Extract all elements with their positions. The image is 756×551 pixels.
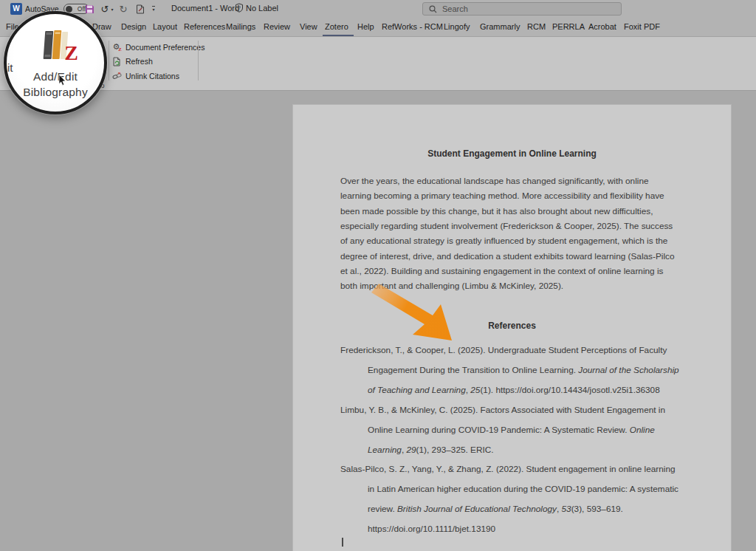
reference-line: review. British Journal of Educational T… xyxy=(340,499,709,519)
title-bar: W AutoSave Off ↺ ▾ ↻ xyxy=(0,0,756,18)
redo-button[interactable]: ↻ xyxy=(117,2,130,16)
tab-grammarly[interactable]: Grammarly xyxy=(480,22,520,31)
tab-view[interactable]: View xyxy=(300,22,317,31)
svg-text:Z: Z xyxy=(64,41,78,64)
references-heading: References xyxy=(293,321,731,331)
reference-line: Online Learning during COVID-19 Pandemic… xyxy=(340,420,709,440)
shield-icon: ? xyxy=(235,3,244,13)
tab-rcm[interactable]: RCM xyxy=(527,22,546,31)
group-divider xyxy=(198,41,199,81)
tab-review[interactable]: Review xyxy=(264,22,290,31)
reference-line: in Latin American higher education durin… xyxy=(340,479,709,499)
document-body-line: degree of interest, drive, and dedicatio… xyxy=(340,249,695,264)
reference-line: https://doi.org/10.1111/bjet.13190 xyxy=(340,519,709,539)
toggle-knob-icon xyxy=(66,6,72,13)
tab-help[interactable]: Help xyxy=(357,22,374,31)
tab-refworks-rcm[interactable]: RefWorks - RCM xyxy=(382,22,443,31)
reference-entry: Limbu, Y. B., & McKinley, C. (2025). Fac… xyxy=(340,400,709,460)
tab-design[interactable]: Design xyxy=(121,22,146,31)
search-bar[interactable] xyxy=(422,2,622,16)
document-body-line: of any educational strategy is greatly i… xyxy=(340,233,695,248)
reference-entry: Frederickson, T., & Cooper, L. (2025). U… xyxy=(340,340,709,400)
gear-icon: ⚙Z xyxy=(112,42,122,52)
editing-mode-button[interactable] xyxy=(134,2,147,16)
document-title: Document1 - Word xyxy=(171,4,239,13)
sensitivity-label-text: No Label xyxy=(246,4,278,13)
reference-line: Frederickson, T., & Cooper, L. (2025). U… xyxy=(340,340,709,360)
references-list: Frederickson, T., & Cooper, L. (2025). U… xyxy=(340,340,709,539)
tab-perrla[interactable]: PERRLA xyxy=(552,22,585,31)
svg-text:?: ? xyxy=(238,5,241,10)
reference-line: Learning, 29(1), 293–325. ERIC. xyxy=(340,440,709,460)
qat-customize-button[interactable]: ▾ xyxy=(150,2,157,16)
document-body-line: especially regarding student involvement… xyxy=(340,219,695,233)
tab-mailings[interactable]: Mailings xyxy=(226,22,255,31)
tab-lingofy[interactable]: Lingofy xyxy=(444,22,470,31)
spotlight-circle: it Z Add/Edit Bibliography xyxy=(4,11,107,114)
ribbon-button-label: Refresh xyxy=(126,57,153,66)
zotero-books-icon: Z xyxy=(36,29,79,67)
redo-icon: ↻ xyxy=(120,4,128,14)
document-body-line: both important and challenging (Limbu & … xyxy=(340,278,695,293)
search-input[interactable] xyxy=(442,4,605,13)
tab-zotero[interactable]: Zotero xyxy=(325,22,348,31)
group-divider xyxy=(109,41,109,81)
document-pen-icon xyxy=(136,4,145,14)
word-window: W AutoSave Off ↺ ▾ ↻ xyxy=(0,0,756,551)
document-heading: Student Engagement in Online Learning xyxy=(293,148,731,159)
reference-line: of Teaching and Learning, 25(1). https:/… xyxy=(340,380,709,400)
ribbon-button-label: Unlink Citations xyxy=(126,72,179,81)
reference-line: Limbu, Y. B., & McKinley, C. (2025). Fac… xyxy=(340,400,709,420)
zotero-ribbon-group: ⚙ZDocument PreferencesRefresh×Unlink Cit… xyxy=(112,40,205,83)
chevron-down-icon: ▾ xyxy=(152,6,154,12)
document-page[interactable]: Student Engagement in Online Learning Ov… xyxy=(293,105,731,551)
svg-text:×: × xyxy=(118,71,121,75)
reference-line: Engagement During the Transition to Onli… xyxy=(340,360,709,380)
tab-foxit-pdf[interactable]: Foxit PDF xyxy=(624,22,660,31)
mouse-cursor-icon xyxy=(58,75,67,86)
refresh-button[interactable]: Refresh xyxy=(112,55,205,69)
selected-tab-underline xyxy=(323,35,354,37)
document-body-line: Over the years, the educational landscap… xyxy=(340,174,695,188)
sensitivity-label-button[interactable]: ? No Label xyxy=(235,3,278,13)
svg-text:Z: Z xyxy=(118,47,121,52)
unlink-icon: × xyxy=(112,71,122,81)
ribbon: ⚙ZDocument PreferencesRefresh×Unlink Cit… xyxy=(0,37,756,91)
undo-dropdown[interactable]: ▾ xyxy=(109,2,115,16)
text-cursor xyxy=(342,538,343,547)
reference-entry: Salas-Pilco, S. Z., Yang, Y., & Zhang, Z… xyxy=(340,459,709,539)
chevron-down-icon: ▾ xyxy=(111,7,113,12)
tab-layout[interactable]: Layout xyxy=(153,22,177,31)
ribbon-tab-row: FileDrawDesignLayoutReferencesMailingsRe… xyxy=(0,18,756,37)
tab-references[interactable]: References xyxy=(184,22,225,31)
ribbon-button-label: Document Preferences xyxy=(126,43,205,52)
unlink-citations-button[interactable]: ×Unlink Citations xyxy=(112,69,205,83)
button-label-line: Bibliography xyxy=(7,86,104,99)
document-body-line: et al., 2022). Building and sustaining e… xyxy=(340,264,695,278)
document-preferences-button[interactable]: ⚙ZDocument Preferences xyxy=(112,40,205,55)
save-icon xyxy=(85,4,94,14)
word-app-icon[interactable]: W xyxy=(10,3,22,15)
reference-line: Salas-Pilco, S. Z., Yang, Y., & Zhang, Z… xyxy=(340,459,709,479)
button-label-line: Add/Edit xyxy=(7,70,104,83)
document-body-line: been made possible by this change, but i… xyxy=(340,204,695,219)
document-body-line: learning becoming a primary teaching met… xyxy=(340,188,695,203)
undo-icon: ↺ xyxy=(101,4,109,14)
document-body: Over the years, the educational landscap… xyxy=(340,174,695,294)
search-icon xyxy=(429,5,437,13)
tab-acrobat[interactable]: Acrobat xyxy=(588,22,616,31)
save-button[interactable] xyxy=(83,2,96,16)
refresh-icon xyxy=(112,57,122,66)
